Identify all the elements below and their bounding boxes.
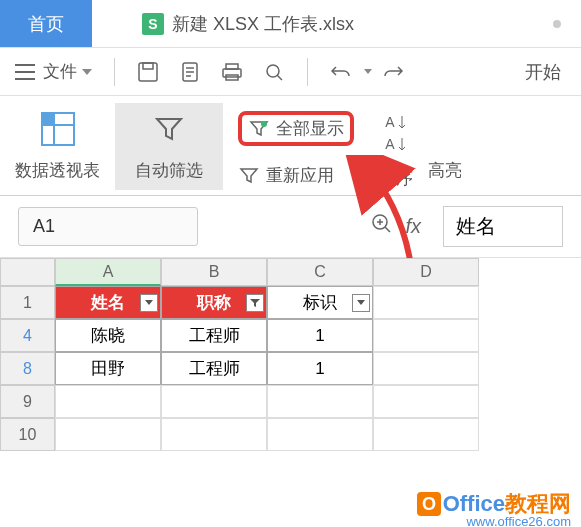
cell[interactable] [373, 319, 479, 352]
row-header[interactable]: 4 [0, 319, 55, 352]
cell[interactable]: 陈晓 [55, 319, 161, 352]
cell[interactable] [55, 418, 161, 451]
ribbon-tab-start[interactable]: 开始 [525, 60, 561, 84]
filter-active-icon [249, 297, 261, 309]
file-type-icon: S [142, 13, 164, 35]
dropdown-icon [82, 69, 92, 75]
undo-dropdown-icon[interactable] [364, 69, 372, 74]
svg-point-9 [261, 121, 267, 127]
cell[interactable]: 职称 [161, 286, 267, 319]
name-box[interactable]: A1 [18, 207, 198, 246]
filter-dropdown-button[interactable] [352, 294, 370, 312]
col-header-c[interactable]: C [267, 258, 373, 286]
cell[interactable] [161, 418, 267, 451]
tab-indicator [553, 20, 561, 28]
highlight-annotation: 全部显示 [238, 111, 354, 146]
divider [307, 58, 308, 86]
auto-filter-label: 自动筛选 [135, 159, 203, 182]
col-header-d[interactable]: D [373, 258, 479, 286]
select-all-corner[interactable] [0, 258, 55, 286]
svg-text:O: O [422, 494, 436, 514]
cell[interactable]: 标识 [267, 286, 373, 319]
filter-dropdown-button[interactable] [140, 294, 158, 312]
cell[interactable] [373, 418, 479, 451]
watermark-url: www.office26.com [466, 514, 571, 527]
formula-bar[interactable]: 姓名 [443, 206, 563, 247]
hamburger-icon[interactable] [15, 64, 35, 80]
doc-icon[interactable] [179, 61, 201, 83]
cell[interactable] [55, 385, 161, 418]
show-all-button[interactable]: 全部显示 [248, 117, 344, 140]
funnel-clear-icon [248, 118, 270, 140]
cell[interactable] [267, 418, 373, 451]
cell[interactable]: 田野 [55, 352, 161, 385]
tab-home[interactable]: 首页 [0, 0, 92, 47]
row-header[interactable]: 10 [0, 418, 55, 451]
row-header[interactable]: 8 [0, 352, 55, 385]
pivot-table-button[interactable]: 数据透视表 [5, 111, 110, 190]
col-header-a[interactable]: A [55, 258, 161, 286]
sort-label: 排序 [379, 167, 413, 190]
cell[interactable] [373, 385, 479, 418]
reapply-button[interactable]: 重新应用 [238, 164, 334, 187]
cell[interactable]: 工程师 [161, 319, 267, 352]
svg-rect-1 [143, 63, 153, 69]
funnel-icon [151, 111, 187, 147]
preview-icon[interactable] [263, 61, 285, 83]
cell[interactable]: 1 [267, 319, 373, 352]
print-icon[interactable] [221, 61, 243, 83]
save-icon[interactable] [137, 61, 159, 83]
sort-desc-button[interactable]: A [385, 136, 406, 152]
cell[interactable] [373, 286, 479, 319]
row-header[interactable]: 1 [0, 286, 55, 319]
auto-filter-button[interactable]: 自动筛选 [115, 103, 223, 190]
pivot-label: 数据透视表 [15, 159, 100, 182]
filter-dropdown-button[interactable] [246, 294, 264, 312]
sort-asc-button[interactable]: A [385, 114, 406, 130]
cell[interactable]: 姓名 [55, 286, 161, 319]
cell[interactable] [267, 385, 373, 418]
cell[interactable] [161, 385, 267, 418]
highlight-label: 高亮 [428, 159, 462, 182]
divider [114, 58, 115, 86]
cell[interactable] [373, 352, 479, 385]
svg-rect-0 [139, 63, 157, 81]
undo-icon[interactable] [330, 63, 352, 81]
svg-rect-8 [42, 113, 54, 125]
funnel-reapply-icon [238, 165, 260, 187]
fx-icon[interactable]: fx [405, 215, 421, 238]
tab-workbook[interactable]: S 新建 XLSX 工作表.xlsx [142, 12, 354, 36]
pivot-icon [40, 111, 76, 147]
spreadsheet-grid[interactable]: A B C D 1 姓名 职称 标识 4 陈晓 工程师 1 8 田野 工程师 [0, 258, 581, 451]
cell[interactable]: 工程师 [161, 352, 267, 385]
col-header-b[interactable]: B [161, 258, 267, 286]
zoom-icon[interactable] [371, 213, 393, 240]
file-menu[interactable]: 文件 [43, 60, 92, 83]
file-tab-label: 新建 XLSX 工作表.xlsx [172, 12, 354, 36]
row-header[interactable]: 9 [0, 385, 55, 418]
redo-icon[interactable] [382, 63, 404, 81]
cell[interactable]: 1 [267, 352, 373, 385]
office-logo-icon: O [415, 490, 443, 518]
